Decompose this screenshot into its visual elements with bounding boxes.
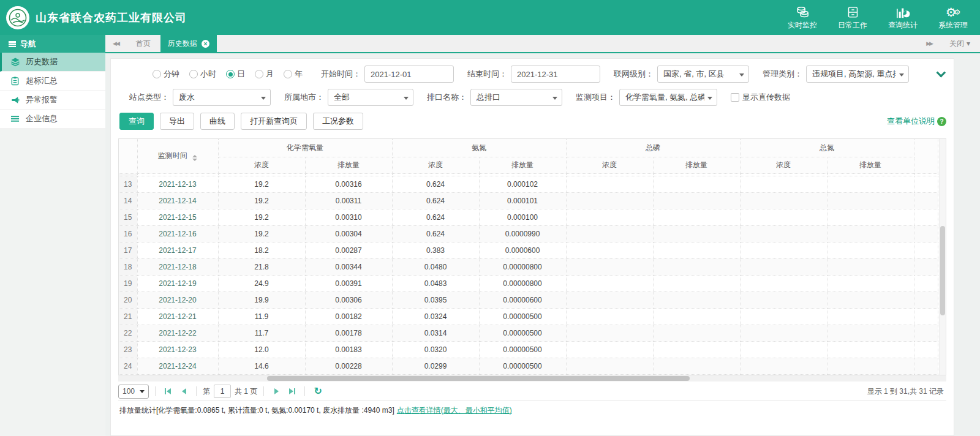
sub-header-concentration: 浓度 bbox=[218, 157, 305, 173]
horizontal-scrollbar[interactable] bbox=[118, 375, 946, 382]
table-row[interactable]: 212021-12-2111.90.001820.03240.00000500 bbox=[119, 308, 938, 325]
table-row[interactable]: 132021-12-1319.20.003160.6240.000102 bbox=[119, 176, 938, 192]
condition-params-button[interactable]: 工况参数 bbox=[313, 113, 363, 130]
refresh-icon[interactable]: ↻ bbox=[314, 386, 322, 396]
layers-icon bbox=[10, 57, 20, 67]
start-time-input[interactable] bbox=[364, 66, 454, 83]
cell-value bbox=[827, 275, 914, 291]
filter-row-2: 站点类型： 废水 所属地市： 全部 排口名称： 总排口 bbox=[118, 88, 946, 107]
table-row[interactable]: 232021-12-2312.00.001830.03200.00000500 bbox=[119, 341, 938, 358]
cell-value: 0.000100 bbox=[479, 209, 566, 225]
cell-value: 0.00000800 bbox=[479, 258, 566, 275]
tabs-scroll-left-icon[interactable]: ◀◀ bbox=[105, 35, 126, 52]
sub-header-emission: 排放量 bbox=[653, 157, 740, 173]
cell-value: 0.00000500 bbox=[479, 358, 566, 374]
cell-monitor-time: 2021-12-20 bbox=[137, 291, 218, 308]
radio-month[interactable]: 月 bbox=[255, 69, 274, 80]
filler-column-header bbox=[914, 139, 938, 173]
sidebar-item-abnormal-alarm[interactable]: 异常报警 bbox=[0, 91, 105, 110]
radio-year[interactable]: 年 bbox=[284, 69, 303, 80]
sidebar-item-enterprise-info[interactable]: 企业信息 bbox=[0, 110, 105, 129]
main-row: 导航 历史数据 bbox=[0, 35, 980, 436]
first-page-button[interactable] bbox=[162, 385, 174, 397]
radio-day[interactable]: 日 bbox=[226, 69, 245, 80]
cell-value bbox=[827, 341, 914, 358]
time-column-header[interactable]: 监测时间 bbox=[137, 139, 218, 173]
last-page-button[interactable] bbox=[286, 385, 298, 397]
radio-icon bbox=[226, 70, 235, 78]
sidebar-item-label: 超标汇总 bbox=[26, 75, 58, 86]
menu-realtime-monitor[interactable]: 实时监控 bbox=[786, 4, 818, 31]
table-row[interactable]: 152021-12-1519.20.003100.6240.000100 bbox=[119, 209, 938, 225]
menu-query-statistics[interactable]: 查询统计 bbox=[887, 4, 919, 31]
vertical-scrollbar[interactable] bbox=[939, 139, 946, 375]
cell-value: 0.0320 bbox=[392, 341, 479, 358]
city-select[interactable]: 全部 bbox=[328, 89, 413, 106]
radio-hour[interactable]: 小时 bbox=[189, 69, 216, 80]
cell-value bbox=[566, 225, 653, 242]
cell-value bbox=[827, 325, 914, 341]
cell-value: 0.00228 bbox=[305, 358, 392, 374]
table-row[interactable]: 182021-12-1821.80.003440.04800.00000800 bbox=[119, 258, 938, 275]
curve-button[interactable]: 曲线 bbox=[200, 113, 235, 130]
checkbox-icon[interactable] bbox=[731, 93, 739, 102]
sub-header-concentration: 浓度 bbox=[740, 157, 827, 173]
tab-history-data[interactable]: 历史数据 × bbox=[160, 35, 217, 52]
monitor-item-select[interactable]: 化学需氧量, 氨氮, 总磷, 总氮 bbox=[619, 89, 717, 106]
end-time-input[interactable] bbox=[511, 66, 600, 83]
sort-icon[interactable] bbox=[192, 155, 197, 161]
collapse-filters-icon[interactable] bbox=[937, 67, 946, 77]
data-table-wrap: 监测时间 化学需氧量 氨氮 总磷 总氮 bbox=[118, 138, 946, 375]
page-number-input[interactable] bbox=[214, 385, 231, 398]
sub-header-concentration: 浓度 bbox=[392, 157, 479, 173]
top-menu: 实时监控 日常工作 bbox=[786, 4, 969, 31]
table-row[interactable]: 162021-12-1619.20.003040.6240.0000990 bbox=[119, 225, 938, 242]
next-page-button[interactable] bbox=[270, 385, 282, 397]
manage-category-select[interactable]: 违规项目, 高架源, 重点排污 bbox=[806, 66, 909, 83]
toolbar: 查询 导出 曲线 打开新查询页 工况参数 查看单位说明 ? bbox=[118, 113, 946, 130]
cell-value: 0.624 bbox=[392, 192, 479, 209]
open-new-query-button[interactable]: 打开新查询页 bbox=[241, 113, 307, 130]
network-level-select[interactable]: 国家, 省, 市, 区县 bbox=[657, 66, 749, 83]
table-header-group-row: 监测时间 化学需氧量 氨氮 总磷 总氮 bbox=[119, 139, 938, 157]
clipboard-icon bbox=[10, 76, 20, 86]
cell-value bbox=[566, 275, 653, 291]
outlet-name-select[interactable]: 总排口 bbox=[470, 89, 562, 106]
table-row[interactable]: 242021-12-2414.60.002280.02990.00000500 bbox=[119, 358, 938, 374]
sidebar-item-exceed-summary[interactable]: 超标汇总 bbox=[0, 72, 105, 91]
radio-minute[interactable]: 分钟 bbox=[153, 69, 179, 80]
table-row[interactable]: 192021-12-1924.90.003910.04830.00000800 bbox=[119, 275, 938, 291]
vertical-scrollbar-thumb[interactable] bbox=[940, 226, 945, 315]
cell-value: 0.00344 bbox=[305, 258, 392, 275]
sidebar-item-history-data[interactable]: 历史数据 bbox=[0, 53, 105, 72]
cell-value bbox=[740, 209, 827, 225]
tab-home[interactable]: 首页 bbox=[126, 35, 160, 52]
query-button[interactable]: 查询 bbox=[119, 113, 154, 130]
cell-index: 13 bbox=[119, 176, 137, 192]
site-type-select[interactable]: 废水 bbox=[173, 89, 271, 106]
direct-data-checkbox-wrap[interactable]: 显示直传数据 bbox=[731, 92, 790, 103]
sidebar-title: 导航 bbox=[0, 35, 105, 53]
menu-grid-icon bbox=[9, 41, 16, 47]
cell-monitor-time: 2021-12-18 bbox=[137, 258, 218, 275]
data-table: 监测时间 化学需氧量 氨氮 总磷 总氮 bbox=[119, 139, 938, 375]
prev-page-button[interactable] bbox=[178, 385, 190, 397]
unit-description-link[interactable]: 查看单位说明 ? bbox=[887, 116, 946, 127]
menu-daily-work[interactable]: 日常工作 bbox=[837, 4, 869, 31]
page-size-select[interactable]: 100 bbox=[118, 385, 149, 399]
table-row[interactable]: 202021-12-2019.90.003060.03950.00000600 bbox=[119, 291, 938, 308]
divider bbox=[304, 386, 305, 396]
table-row[interactable]: 142021-12-1419.20.003110.6240.000101 bbox=[119, 192, 938, 209]
table-row[interactable]: 222021-12-2211.70.001780.03140.00000500 bbox=[119, 325, 938, 341]
radio-icon bbox=[189, 70, 198, 78]
export-button[interactable]: 导出 bbox=[160, 113, 194, 130]
divider bbox=[155, 386, 156, 396]
view-detail-link[interactable]: 点击查看详情(最大、最小和平均值) bbox=[397, 405, 512, 416]
tab-close-icon[interactable]: × bbox=[202, 40, 209, 48]
horizontal-scrollbar-thumb[interactable] bbox=[267, 376, 690, 381]
close-tabs-menu[interactable]: 关闭 ▾ bbox=[940, 35, 980, 52]
table-row[interactable]: 172021-12-1718.20.002870.3830.0000600 bbox=[119, 242, 938, 258]
tabs-scroll-right-icon[interactable]: ▶▶ bbox=[919, 35, 940, 52]
content-background: 分钟 小时 日 月 bbox=[105, 53, 980, 436]
menu-system-management[interactable]: ⚙⚙ 系统管理 bbox=[937, 4, 969, 31]
